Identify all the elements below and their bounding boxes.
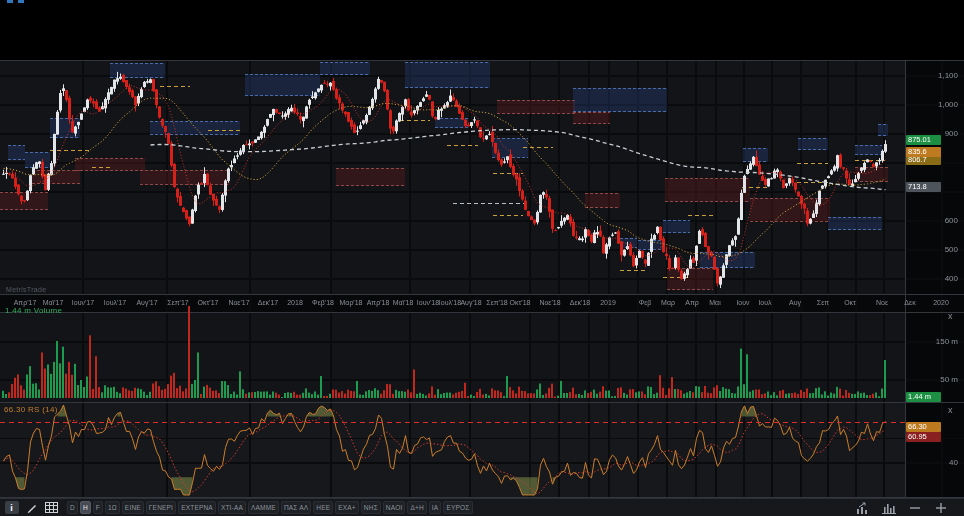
toolbar-button[interactable]: ΕΥΡΟΣ — [443, 501, 472, 514]
histogram-icon[interactable] — [880, 500, 897, 515]
pencil-icon[interactable] — [23, 500, 40, 515]
toolbar-button[interactable]: ΙΑ — [429, 501, 442, 514]
toolbar-button[interactable]: F — [93, 501, 103, 514]
study-label-rsi[interactable]: 66.30 RS (14) — [4, 405, 58, 414]
toolbar-button[interactable]: 1Ω — [105, 501, 120, 514]
toolbar-button[interactable]: ΕΧΤΕΡΝΑ — [178, 501, 216, 514]
price-tag: 835.6 — [906, 147, 941, 157]
minus-icon[interactable] — [906, 500, 923, 515]
price-tag: 713.8 — [906, 182, 941, 192]
toolbar-button[interactable]: ΗΕΕ — [313, 501, 333, 514]
toolbar-button[interactable]: ΧΤΙ-ΑΑ — [218, 501, 246, 514]
price-tag: 60.95 — [906, 432, 941, 442]
price-tag: 875.01 — [906, 135, 941, 145]
toolbar-button[interactable]: H — [80, 501, 91, 514]
plus-icon[interactable] — [932, 500, 949, 515]
toolbar-button[interactable]: ΕΙΝΕ — [122, 501, 144, 514]
grid-icon[interactable] — [43, 500, 60, 515]
toolbar-button[interactable]: ΓΕΝΕΡΙ — [146, 501, 176, 514]
study-label-volume[interactable]: 1.44 m Volume — [5, 306, 62, 315]
price-tag: 1.44 m — [906, 392, 941, 402]
toolbar-button[interactable]: D — [67, 501, 78, 514]
toolbar-right — [854, 500, 958, 515]
toolbar-button[interactable]: ΠΑΣ ΑΛ — [281, 501, 311, 514]
price-tag: 66.30 — [906, 422, 941, 432]
toolbar-button[interactable]: ΝΑΟΙ — [383, 501, 406, 514]
toolbar-button[interactable]: ΛΑΜΜΕ — [248, 501, 279, 514]
window-icon-2[interactable] — [18, 0, 24, 3]
toolbar-button[interactable]: ΕΧΑ+ — [335, 501, 359, 514]
toolbar-button[interactable]: ΝΗΣ — [361, 501, 381, 514]
rsi-close-icon[interactable]: x — [948, 406, 953, 415]
chart-arrow-icon[interactable] — [854, 500, 871, 515]
window-icon[interactable] — [7, 0, 13, 3]
toolbar-button[interactable]: Δ+Η — [407, 501, 426, 514]
trading-chart-app: MetrisTrade 1.44 m Volume 66.30 RS (14) … — [0, 0, 964, 516]
toolbar-buttons: DHF1ΩΕΙΝΕΓΕΝΕΡΙΕΧΤΕΡΝΑΧΤΙ-ΑΑΛΑΜΜΕΠΑΣ ΑΛΗ… — [67, 501, 475, 514]
volume-close-icon[interactable]: x — [948, 312, 953, 321]
chart-canvas[interactable] — [0, 0, 964, 516]
info-icon[interactable]: i — [3, 500, 20, 515]
bottom-toolbar: i DHF1ΩΕΙΝΕΓΕΝΕΡΙΕΧΤΕΡΝΑΧΤΙ-ΑΑΛΑΜΜΕΠΑΣ Α… — [0, 498, 964, 516]
study-label-overlay[interactable]: MetrisTrade — [6, 286, 46, 293]
